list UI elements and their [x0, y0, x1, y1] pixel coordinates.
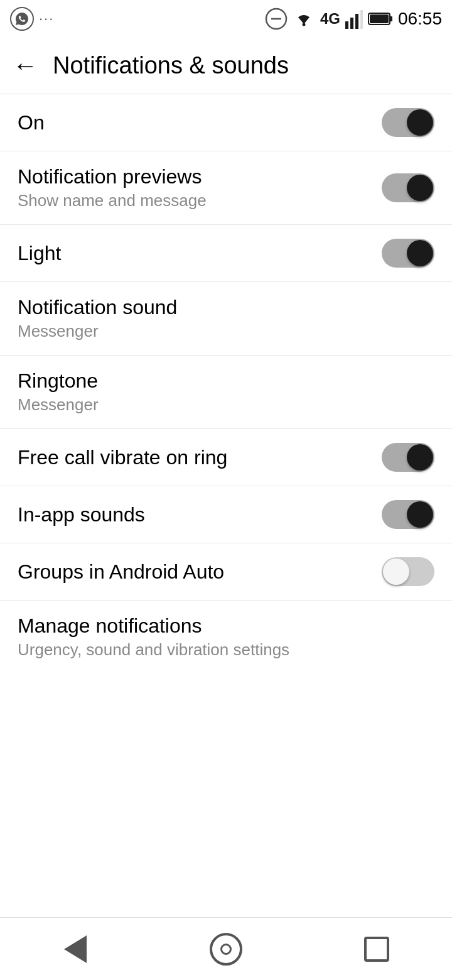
setting-item-groups-android-auto[interactable]: Groups in Android Auto	[0, 543, 452, 601]
recent-square-icon	[364, 937, 389, 962]
back-triangle-icon	[64, 935, 87, 963]
svg-rect-6	[355, 14, 358, 29]
setting-label-light: Light	[18, 242, 61, 265]
clock: 06:55	[398, 9, 442, 29]
battery-icon	[368, 11, 393, 26]
svg-rect-9	[390, 16, 392, 21]
network-type: 4G	[320, 10, 340, 28]
setting-text-ringtone: RingtoneMessenger	[18, 369, 99, 415]
toggle-thumb-in-app-sounds	[407, 501, 433, 528]
status-bar-right: 4G 06:55	[265, 8, 442, 30]
status-bar-left: ···	[10, 7, 54, 31]
svg-point-3	[302, 23, 305, 26]
setting-label-free-call-vibrate: Free call vibrate on ring	[18, 446, 227, 469]
setting-label-notification-sound: Notification sound	[18, 296, 177, 319]
back-button[interactable]: ←	[13, 52, 38, 80]
setting-item-notification-sound[interactable]: Notification soundMessenger	[0, 282, 452, 356]
dots-icon: ···	[39, 11, 54, 27]
setting-item-free-call-vibrate[interactable]: Free call vibrate on ring	[0, 429, 452, 486]
nav-home-button[interactable]	[207, 930, 245, 968]
nav-recent-button[interactable]	[358, 930, 396, 968]
setting-sublabel-notification-sound: Messenger	[18, 322, 177, 341]
home-circle-icon	[210, 933, 242, 966]
toggle-thumb-on	[407, 109, 433, 136]
setting-item-ringtone[interactable]: RingtoneMessenger	[0, 356, 452, 429]
setting-item-manage-notifications[interactable]: Manage notificationsUrgency, sound and v…	[0, 601, 452, 673]
setting-label-groups-android-auto: Groups in Android Auto	[18, 560, 224, 584]
setting-label-ringtone: Ringtone	[18, 369, 99, 393]
toggle-free-call-vibrate[interactable]	[382, 443, 434, 472]
setting-text-notification-previews: Notification previewsShow name and messa…	[18, 165, 207, 210]
nav-back-button[interactable]	[56, 930, 94, 968]
toggle-light[interactable]	[382, 239, 434, 268]
toggle-on[interactable]	[382, 108, 434, 137]
setting-label-manage-notifications: Manage notifications	[18, 614, 289, 638]
setting-label-in-app-sounds: In-app sounds	[18, 503, 145, 526]
toggle-thumb-light	[407, 240, 433, 266]
setting-text-notification-sound: Notification soundMessenger	[18, 296, 177, 341]
signal-icon	[345, 9, 363, 29]
header: ← Notifications & sounds	[0, 38, 452, 94]
wifi-icon	[293, 10, 315, 28]
settings-list: OnNotification previewsShow name and mes…	[0, 94, 452, 673]
page-title: Notifications & sounds	[53, 52, 289, 79]
setting-item-on[interactable]: On	[0, 94, 452, 151]
svg-rect-5	[350, 18, 353, 29]
nav-bar	[0, 917, 452, 980]
svg-rect-7	[360, 10, 363, 29]
setting-text-on: On	[18, 111, 45, 134]
setting-item-light[interactable]: Light	[0, 225, 452, 282]
svg-rect-10	[370, 14, 389, 23]
setting-item-notification-previews[interactable]: Notification previewsShow name and messa…	[0, 151, 452, 225]
setting-text-in-app-sounds: In-app sounds	[18, 503, 145, 526]
toggle-thumb-groups-android-auto	[383, 558, 409, 585]
setting-text-manage-notifications: Manage notificationsUrgency, sound and v…	[18, 614, 289, 660]
setting-item-in-app-sounds[interactable]: In-app sounds	[0, 486, 452, 543]
setting-text-light: Light	[18, 242, 61, 265]
toggle-in-app-sounds[interactable]	[382, 500, 434, 529]
setting-label-on: On	[18, 111, 45, 134]
toggle-thumb-free-call-vibrate	[407, 444, 433, 471]
dnd-icon	[265, 8, 288, 30]
toggle-groups-android-auto[interactable]	[382, 557, 434, 586]
whatsapp-icon	[10, 7, 34, 31]
setting-sublabel-ringtone: Messenger	[18, 395, 99, 415]
setting-text-groups-android-auto: Groups in Android Auto	[18, 560, 224, 584]
status-bar: ··· 4G 06:55	[0, 0, 452, 38]
setting-sublabel-notification-previews: Show name and message	[18, 191, 207, 210]
setting-label-notification-previews: Notification previews	[18, 165, 207, 188]
toggle-thumb-notification-previews	[407, 175, 433, 201]
setting-text-free-call-vibrate: Free call vibrate on ring	[18, 446, 227, 469]
toggle-notification-previews[interactable]	[382, 173, 434, 202]
home-inner-circle-icon	[220, 944, 232, 955]
setting-sublabel-manage-notifications: Urgency, sound and vibration settings	[18, 640, 289, 660]
svg-rect-4	[345, 21, 348, 29]
